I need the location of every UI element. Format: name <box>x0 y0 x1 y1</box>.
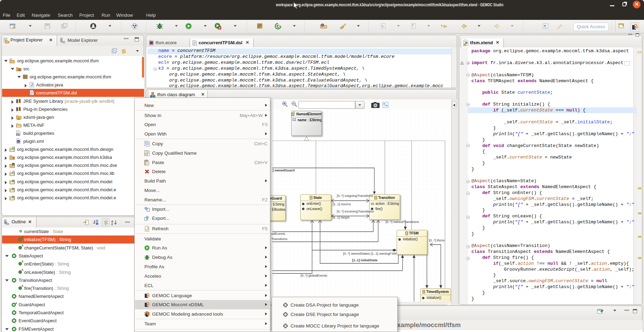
svg-text:A: A <box>15 302 17 304</box>
svg-text:J: J <box>93 220 95 225</box>
svg-text:!: ! <box>18 117 19 119</box>
svg-text:¶: ¶ <box>544 24 546 28</box>
svg-text:E: E <box>13 163 15 166</box>
svg-text:M: M <box>12 187 15 190</box>
svg-text:J: J <box>31 83 33 87</box>
svg-text:z: z <box>111 222 113 225</box>
svg-text:010: 010 <box>17 134 19 136</box>
svg-text:M: M <box>12 195 15 198</box>
svg-text:C: C <box>277 24 279 28</box>
svg-text:M: M <box>12 179 15 182</box>
